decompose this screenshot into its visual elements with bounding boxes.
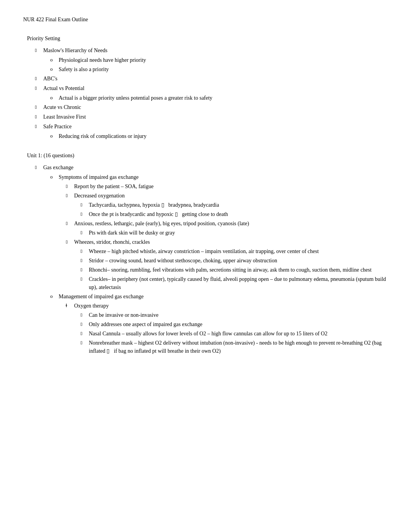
item-text: Report by the patient – SOA, fatigue (74, 182, 387, 190)
bullet-icon: o (50, 173, 59, 181)
item-text: Rhonchi– snoring, rumbling, feel vibrati… (89, 266, 387, 274)
bullet-icon: o (50, 292, 59, 300)
list-item: ▯ Once the pt is bradycardic and hypoxic… (80, 210, 387, 218)
list-item: ▯ Report by the patient – SOA, fatigue (66, 182, 387, 190)
item-text: Safe Practice (43, 122, 387, 131)
bullet-icon: ▯ (66, 238, 74, 245)
item-text: Crackles– in periphery (not center), typ… (89, 275, 387, 291)
bullet-icon: ▯ (35, 46, 43, 53)
list-item: ▯ ABC's (35, 75, 387, 83)
item-text: Actual is a bigger priority unless poten… (59, 94, 387, 102)
management-heading: Management of impaired gas exchange (59, 292, 387, 301)
item-text: Once the pt is bradycardic and hypoxic ▯… (89, 210, 387, 218)
bullet-icon: ▯ (66, 219, 74, 226)
bullet-icon: ▯ (35, 113, 43, 119)
list-item: ▯ Anxious, restless, lethargic, pale (ea… (66, 219, 387, 228)
bullet-icon: o (50, 65, 59, 73)
bullet-icon: ▯ (80, 330, 89, 336)
bullet-icon: ▯ (80, 201, 89, 207)
bullet-icon: ▯ (80, 339, 89, 345)
list-item: Ɨ Oxygen therapy (66, 302, 387, 310)
bullet-icon: o (50, 132, 59, 140)
bullet-icon: ▯ (80, 320, 89, 327)
item-text: Nasal Cannula – usually allows for lower… (89, 330, 387, 338)
list-item: o Symptoms of impaired gas exchange (50, 173, 387, 181)
page-header: NUR 422 Final Exam Outline (23, 15, 387, 24)
bullet-icon: ▯ (80, 311, 89, 318)
bullet-icon: ▯ (80, 210, 89, 217)
item-text: Stridor – crowing sound, heard without s… (89, 257, 387, 265)
item-text: Nonrebreather mask – highest O2 delivery… (89, 339, 387, 355)
bullet-icon: ▯ (35, 75, 43, 81)
item-text: Reducing risk of complications or injury (59, 132, 387, 140)
item-text: Wheezes, stridor, rhonchi, crackles (74, 238, 387, 246)
bullet-icon: ▯ (80, 275, 89, 282)
header-title: NUR 422 Final Exam Outline (23, 17, 88, 22)
list-item: ▯ Rhonchi– snoring, rumbling, feel vibra… (80, 266, 387, 274)
item-text: Pts with dark skin will be dusky or gray (89, 229, 387, 237)
list-item: ▯ Pts with dark skin will be dusky or gr… (80, 229, 387, 237)
list-item: o Physiological needs have higher priori… (50, 56, 387, 64)
item-text: Acute vs Chronic (43, 103, 387, 111)
item-text: Gas exchange (43, 163, 387, 172)
item-text: Can be invasive or non-invasive (89, 311, 387, 319)
list-item: ▯ Stridor – crowing sound, heard without… (80, 257, 387, 265)
item-text: Actual vs Potential (43, 84, 387, 92)
list-item: ▯ Decreased oxygenation (66, 192, 387, 200)
item-text: Tachycardia, tachypnea, hypoxia ▯ bradyp… (89, 201, 387, 209)
list-item: ▯ Acute vs Chronic (35, 103, 387, 111)
bullet-icon: ▯ (80, 229, 89, 235)
list-item: ▯ Least Invasive First (35, 113, 387, 121)
list-item: o Management of impaired gas exchange (50, 292, 387, 301)
list-item: o Reducing risk of complications or inju… (50, 132, 387, 140)
bullet-icon: ▯ (35, 122, 43, 129)
list-item: ▯ Nasal Cannula – usually allows for low… (80, 330, 387, 338)
bullet-icon: ▯ (66, 192, 74, 198)
item-text: Maslow's Hierarchy of Needs (43, 46, 387, 54)
item-text: Oxygen therapy (74, 302, 387, 310)
list-item: ▯ Safe Practice (35, 122, 387, 131)
bullet-icon: ▯ (80, 266, 89, 272)
unit1-title: Unit 1: (16 questions) (27, 151, 387, 160)
bullet-icon: ▯ (35, 163, 43, 170)
bullet-icon: ▯ (80, 257, 89, 263)
list-item: ▯ Can be invasive or non-invasive (80, 311, 387, 319)
list-item: o Safety is also a priority (50, 65, 387, 73)
item-text: Only addresses one aspect of impaired ga… (89, 320, 387, 328)
item-text: Decreased oxygenation (74, 192, 387, 200)
item-text: Safety is also a priority (59, 65, 387, 73)
item-text: Wheeze – high pitched whistle, airway co… (89, 247, 387, 255)
bullet-icon: Ɨ (66, 302, 74, 309)
list-item: ▯ Crackles– in periphery (not center), t… (80, 275, 387, 291)
bullet-icon: o (50, 56, 59, 64)
item-text: Least Invasive First (43, 113, 387, 121)
list-item: ▯ Only addresses one aspect of impaired … (80, 320, 387, 328)
list-item: ▯ Wheeze – high pitched whistle, airway … (80, 247, 387, 255)
bullet-icon: ▯ (35, 84, 43, 91)
bullet-icon: ▯ (80, 247, 89, 254)
priority-setting-section: Priority Setting ▯ Maslow's Hierarchy of… (27, 34, 387, 355)
item-text: Anxious, restless, lethargic, pale (earl… (74, 219, 387, 228)
bullet-icon: o (50, 94, 59, 102)
symptoms-heading: Symptoms of impaired gas exchange (59, 173, 387, 181)
list-item: ▯ Gas exchange (35, 163, 387, 172)
item-text: ABC's (43, 75, 387, 83)
list-item: o Actual is a bigger priority unless pot… (50, 94, 387, 102)
item-text: Physiological needs have higher priority (59, 56, 387, 64)
list-item: ▯ Wheezes, stridor, rhonchi, crackles (66, 238, 387, 246)
priority-setting-title: Priority Setting (27, 34, 387, 42)
bullet-icon: ▯ (66, 182, 74, 189)
bullet-icon: ▯ (35, 103, 43, 110)
list-item: ▯ Actual vs Potential (35, 84, 387, 92)
list-item: ▯ Maslow's Hierarchy of Needs (35, 46, 387, 54)
list-item: ▯ Nonrebreather mask – highest O2 delive… (80, 339, 387, 355)
list-item: ▯ Tachycardia, tachypnea, hypoxia ▯ brad… (80, 201, 387, 209)
